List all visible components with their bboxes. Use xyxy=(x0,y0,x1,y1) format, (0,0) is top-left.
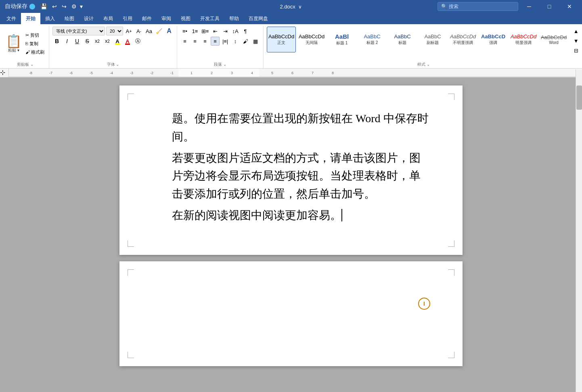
title-bar-left: 自动保存 ⬤ 💾 ↩ ↪ ⚙ ▾ xyxy=(3,2,193,11)
distribute-button[interactable]: |≡| xyxy=(221,37,230,46)
multilevel-button[interactable]: ⊞≡ xyxy=(201,27,209,35)
styles-down-button[interactable]: ▼ xyxy=(572,36,580,45)
svg-text:1: 1 xyxy=(191,71,193,75)
page-2[interactable]: I xyxy=(119,261,463,366)
search-icon: 🔍 xyxy=(441,4,447,9)
menu-tab-review[interactable]: 审阅 xyxy=(157,13,176,24)
corner-mark-br xyxy=(448,240,454,247)
menu-tab-insert[interactable]: 插入 xyxy=(40,13,60,24)
undo-button[interactable]: ↩ xyxy=(50,2,59,10)
style-word[interactable]: AaBbCcDd Word xyxy=(539,27,568,52)
text-effects-button[interactable]: Ⓐ xyxy=(133,37,142,46)
numbering-button[interactable]: 1≡ xyxy=(191,27,199,35)
line-spacing-button[interactable]: ↕ xyxy=(231,37,240,46)
font-shrink-button[interactable]: A- xyxy=(134,27,143,35)
format-painter-button[interactable]: 🖌 格式刷 xyxy=(24,48,46,56)
title-bar-right: 🔍 搜索 ─ □ ✕ xyxy=(389,0,579,13)
svg-text:5: 5 xyxy=(271,71,273,75)
show-marks-button[interactable]: ¶ xyxy=(241,27,250,35)
menu-tab-developer[interactable]: 开发工具 xyxy=(195,13,224,24)
svg-text:-1: -1 xyxy=(170,71,174,75)
align-left-button[interactable]: ≡ xyxy=(180,37,189,46)
style-heading2[interactable]: AaBbC 标题 2 xyxy=(358,27,387,52)
menu-tab-baidu[interactable]: 百度网盘 xyxy=(244,13,273,24)
style-no-spacing[interactable]: AaBbCcDd 无间隔 xyxy=(297,27,326,52)
page-1-content[interactable]: 题。使用在需要位置出现的新按钮在 Word 中保存时间。 若要更改图片适应文档的… xyxy=(172,110,430,225)
character-button[interactable]: A xyxy=(165,27,174,35)
style-intense-emphasis[interactable]: AaBbCcDd 明显强调 xyxy=(509,27,538,52)
underline-button[interactable]: U xyxy=(73,37,82,46)
search-box[interactable]: 🔍 搜索 xyxy=(438,2,518,11)
menu-tab-design[interactable]: 设计 xyxy=(79,13,98,24)
subscript-button[interactable]: x2 xyxy=(93,37,102,46)
copy-button[interactable]: ⎘ 复制 xyxy=(24,40,46,48)
menu-tab-draw[interactable]: 绘图 xyxy=(60,13,79,24)
justify-button[interactable]: ≡ xyxy=(211,37,220,46)
style-normal[interactable]: AaBbCcDd 正文 xyxy=(267,27,296,52)
style-subtitle[interactable]: AaBbC 副标题 xyxy=(418,27,447,52)
menu-tab-references[interactable]: 引用 xyxy=(118,13,137,24)
ribbon-group-font: 等线 (中文正文) 20 A+ A- Aa 🧹 A B I U S x2 xyxy=(49,26,177,68)
menu-tab-layout[interactable]: 布局 xyxy=(98,13,118,24)
superscript-button[interactable]: x2 xyxy=(103,37,112,46)
redo-button[interactable]: ↪ xyxy=(60,2,68,10)
vertical-scrollbar[interactable] xyxy=(576,69,582,392)
change-case-button[interactable]: Aa xyxy=(144,27,153,35)
menu-tab-view[interactable]: 视图 xyxy=(176,13,195,24)
document-area[interactable]: 题。使用在需要位置出现的新按钮在 Word 中保存时间。 若要更改图片适应文档的… xyxy=(0,77,582,392)
styles-up-button[interactable]: ▲ xyxy=(572,27,580,35)
page2-corner-bl xyxy=(128,352,134,358)
font-family-select[interactable]: 等线 (中文正文) xyxy=(52,27,105,35)
sort-button[interactable]: ↕A xyxy=(231,27,240,35)
paste-button[interactable]: 📋 粘贴 ▾ xyxy=(5,34,23,54)
save-button[interactable]: 💾 xyxy=(39,2,49,10)
svg-text:-4: -4 xyxy=(110,71,113,75)
svg-text:-7: -7 xyxy=(49,71,52,75)
bullets-button[interactable]: ≡• xyxy=(180,27,189,35)
close-button[interactable]: ✕ xyxy=(560,0,579,13)
minimize-button[interactable]: ─ xyxy=(520,0,538,13)
italic-button[interactable]: I xyxy=(63,37,71,46)
scrollbar-thumb[interactable] xyxy=(576,85,582,110)
font-size-select[interactable]: 20 xyxy=(106,27,123,35)
style-subtle-emphasis[interactable]: AaBbCcDd 不明显强调 xyxy=(448,27,477,52)
styles-gallery: AaBbCcDd 正文 AaBbCcDd 无间隔 AaBl 标题 1 AaBbC… xyxy=(267,27,568,52)
align-right-button[interactable]: ≡ xyxy=(201,37,209,46)
font-grow-button[interactable]: A+ xyxy=(124,27,133,35)
more-qa-button[interactable]: ⚙ xyxy=(70,2,78,10)
ruler-corner[interactable]: ⊹ xyxy=(0,69,9,77)
strikethrough-button[interactable]: S xyxy=(83,37,92,46)
decrease-indent-button[interactable]: ⇤ xyxy=(211,27,220,35)
menu-tab-home[interactable]: 开始 xyxy=(21,13,40,24)
style-heading[interactable]: AaBbC 标题 xyxy=(388,27,417,52)
align-center-button[interactable]: ≡ xyxy=(191,37,199,46)
menu-tab-help[interactable]: 帮助 xyxy=(224,13,244,24)
increase-indent-button[interactable]: ⇥ xyxy=(221,27,230,35)
ribbon-group-paragraph: ≡• 1≡ ⊞≡ ⇤ ⇥ ↕A ¶ ≡ ≡ ≡ ≡ |≡| ↕ 🖌 ▦ 段落 ⌄ xyxy=(177,26,264,68)
font-label: 字体 ⌄ xyxy=(52,62,174,68)
cut-button[interactable]: ✂ 剪切 xyxy=(24,31,46,39)
ribbon-group-clipboard: 📋 粘贴 ▾ ✂ 剪切 ⎘ 复制 🖌 格式刷 剪贴板 ⌄ xyxy=(2,26,49,68)
menu-tab-mailings[interactable]: 邮件 xyxy=(137,13,157,24)
styles-more-button[interactable]: ⊟ xyxy=(572,46,580,55)
menu-tab-file[interactable]: 文件 xyxy=(2,13,21,24)
clear-formatting-button[interactable]: 🧹 xyxy=(155,27,163,35)
autosave-toggle[interactable]: 自动保存 ⬤ xyxy=(3,2,37,11)
style-heading1[interactable]: AaBl 标题 1 xyxy=(327,27,356,52)
clipboard-label: 剪贴板 ⌄ xyxy=(5,62,46,68)
font-color-button[interactable]: A xyxy=(123,37,132,46)
bold-button[interactable]: B xyxy=(52,37,61,46)
svg-text:2: 2 xyxy=(211,71,213,75)
svg-text:-8: -8 xyxy=(29,71,32,75)
svg-text:-3: -3 xyxy=(130,71,133,75)
style-emphasis[interactable]: AaBbCcD 强调 xyxy=(479,27,508,52)
title-bar: 自动保存 ⬤ 💾 ↩ ↪ ⚙ ▾ 2.docx ∨ 🔍 搜索 ─ □ ✕ xyxy=(0,0,582,13)
borders-button[interactable]: ▦ xyxy=(251,37,260,46)
highlight-color-button[interactable]: A xyxy=(113,37,122,46)
svg-text:-6: -6 xyxy=(69,71,73,75)
restore-button[interactable]: □ xyxy=(540,0,559,13)
svg-text:-5: -5 xyxy=(90,71,93,75)
svg-rect-0 xyxy=(9,69,582,77)
page2-corner-tl xyxy=(128,269,134,276)
shading-button[interactable]: 🖌 xyxy=(241,37,250,46)
